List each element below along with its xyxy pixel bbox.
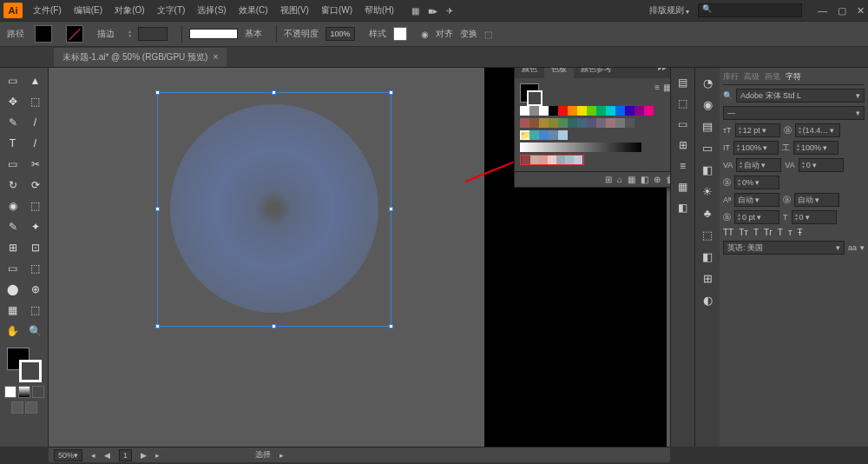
tracking-field[interactable]: ▴▾0▾ <box>799 158 844 172</box>
swatch[interactable] <box>529 130 539 140</box>
leading-field[interactable]: ▴▾(14.4…▾ <box>795 123 840 137</box>
swatch[interactable] <box>615 106 625 116</box>
dock-icon[interactable]: ⊞ <box>703 272 713 285</box>
document-tab[interactable]: 未标题-1.ai* @ 50% (RGB/GPU 预览) × <box>54 48 227 67</box>
tt-underline[interactable]: T <box>778 228 783 237</box>
handle-tr[interactable] <box>389 90 393 95</box>
graph-tool[interactable]: ⊕ <box>25 280 46 299</box>
isolate-icon[interactable]: ⬚ <box>484 30 492 39</box>
profile-label[interactable]: 基本 <box>245 28 262 40</box>
canvas[interactable]: 颜色 色板 颜色参考 ▸▸ ≡ ≡ ▦ <box>49 68 694 447</box>
curvature-tool[interactable]: / <box>25 113 46 132</box>
swatch[interactable] <box>644 106 654 116</box>
pen-tool[interactable]: ✎ <box>3 113 23 132</box>
swatch-library-icon[interactable]: ⊞ <box>605 175 612 184</box>
handle-br[interactable] <box>389 324 393 328</box>
swatch[interactable] <box>596 118 606 128</box>
stock-icon[interactable]: ■▸ <box>428 6 437 16</box>
handle-ml[interactable] <box>155 207 160 211</box>
swatch[interactable] <box>606 118 615 128</box>
menu-help[interactable]: 帮助(H) <box>359 2 399 19</box>
perspective-tool[interactable]: ✦ <box>25 217 46 236</box>
doc-setup-icon[interactable]: ◉ <box>421 30 429 39</box>
handle-bl[interactable] <box>155 324 160 328</box>
swatch-group-icon[interactable]: 📁 <box>520 130 529 140</box>
tt-strike[interactable]: т <box>788 228 792 237</box>
eyedropper-tool[interactable]: ▭ <box>3 259 23 278</box>
stroke-profile-preview[interactable] <box>189 29 238 39</box>
paintbrush-tool[interactable]: ✂ <box>25 155 46 174</box>
swatch-options-icon[interactable]: ▦ <box>628 175 635 184</box>
handle-tl[interactable] <box>155 90 160 95</box>
dock-icon[interactable]: ▭ <box>702 142 713 155</box>
line-tool[interactable]: / <box>25 134 46 153</box>
swatch[interactable] <box>606 106 615 116</box>
fill-stroke-control[interactable] <box>7 348 42 382</box>
artboard-first[interactable]: ◂ <box>91 451 95 460</box>
dock-icon[interactable]: ☀ <box>702 185 713 198</box>
handle-tm[interactable] <box>272 90 276 95</box>
swatch[interactable] <box>520 118 529 128</box>
stroke-width-field[interactable] <box>138 27 168 41</box>
dock-icon[interactable]: ⬚ <box>702 229 713 242</box>
swatch[interactable] <box>539 156 548 164</box>
panel-collapse-icon[interactable]: ▸▸ <box>658 68 667 72</box>
zoom-field[interactable]: 50% ▾ <box>54 449 82 461</box>
tt-allcaps[interactable]: TT <box>723 228 733 237</box>
blend-tool[interactable]: ⬚ <box>25 259 46 278</box>
color-mode-solid[interactable] <box>4 386 16 398</box>
dock-icon[interactable]: ♣ <box>704 207 712 220</box>
slice-tool[interactable]: ⬚ <box>25 301 46 320</box>
swatch[interactable] <box>558 130 568 140</box>
new-group-icon[interactable]: ◧ <box>641 175 648 184</box>
new-swatch-icon[interactable]: ⊕ <box>654 175 661 184</box>
menu-view[interactable]: 视图(V) <box>275 2 314 19</box>
menu-type[interactable]: 文字(T) <box>152 2 191 19</box>
color-mode-none[interactable] <box>32 386 44 398</box>
opacity-field[interactable] <box>326 27 355 41</box>
dock-icon[interactable]: ◐ <box>703 294 713 307</box>
document-tab-close[interactable]: × <box>213 52 218 62</box>
fill-swatch[interactable] <box>35 25 52 43</box>
font-style-field[interactable]: —▾ <box>723 106 865 120</box>
swatch[interactable] <box>558 106 568 116</box>
bridge-icon[interactable]: ▦ <box>411 6 419 16</box>
font-family-field[interactable]: Adobe 宋体 Std L▾ <box>736 89 865 103</box>
dock-icon[interactable]: ◧ <box>702 250 713 263</box>
arrange-icon[interactable]: ✈ <box>446 6 453 16</box>
dock-extra-icon[interactable]: ⬚ <box>678 97 687 109</box>
screen-mode-normal[interactable] <box>11 401 23 414</box>
swatch[interactable] <box>574 156 582 164</box>
status-menu[interactable]: ▸ <box>279 451 284 460</box>
magic-wand-tool[interactable]: ✥ <box>3 92 23 111</box>
handle-bm[interactable] <box>272 324 276 328</box>
dock-icon[interactable]: ▤ <box>702 120 713 133</box>
swatch[interactable] <box>568 118 577 128</box>
dock-extra-icon[interactable]: ⊞ <box>679 139 687 151</box>
dock-extra-icon[interactable]: ▤ <box>678 76 687 89</box>
swatch[interactable] <box>529 118 539 128</box>
artboard-last[interactable]: ▸ <box>155 451 160 460</box>
dock-extra-icon[interactable]: ▦ <box>678 181 687 193</box>
menu-window[interactable]: 窗口(W) <box>316 2 358 19</box>
selection-tool[interactable]: ▭ <box>3 71 23 90</box>
swatch[interactable] <box>625 106 635 116</box>
direct-selection-tool[interactable]: ▲ <box>25 71 46 90</box>
artboard-number[interactable]: 1 <box>119 449 132 461</box>
dock-icon[interactable]: ◔ <box>703 76 713 89</box>
swatch[interactable] <box>529 106 539 116</box>
swatch[interactable] <box>530 156 539 164</box>
tab-color[interactable]: 颜色 <box>515 68 544 78</box>
rectangle-tool[interactable]: ▭ <box>3 155 23 174</box>
dock-extra-icon[interactable]: ▭ <box>678 118 687 130</box>
swatch[interactable] <box>596 106 606 116</box>
align-label[interactable]: 对齐 <box>436 28 453 40</box>
antialias-menu[interactable]: ▾ <box>860 243 865 252</box>
tt-smallcaps[interactable]: Tт <box>739 228 748 237</box>
workspace-switcher[interactable]: 排版规则 <box>649 4 689 17</box>
swatch-list-view-icon[interactable]: ≡ <box>654 83 660 92</box>
dock-extra-icon[interactable]: ◧ <box>678 202 687 214</box>
swatch[interactable] <box>548 156 556 164</box>
tab-brushes[interactable]: 画笔 <box>765 71 780 83</box>
tt-other[interactable]: Ŧ <box>798 228 803 237</box>
